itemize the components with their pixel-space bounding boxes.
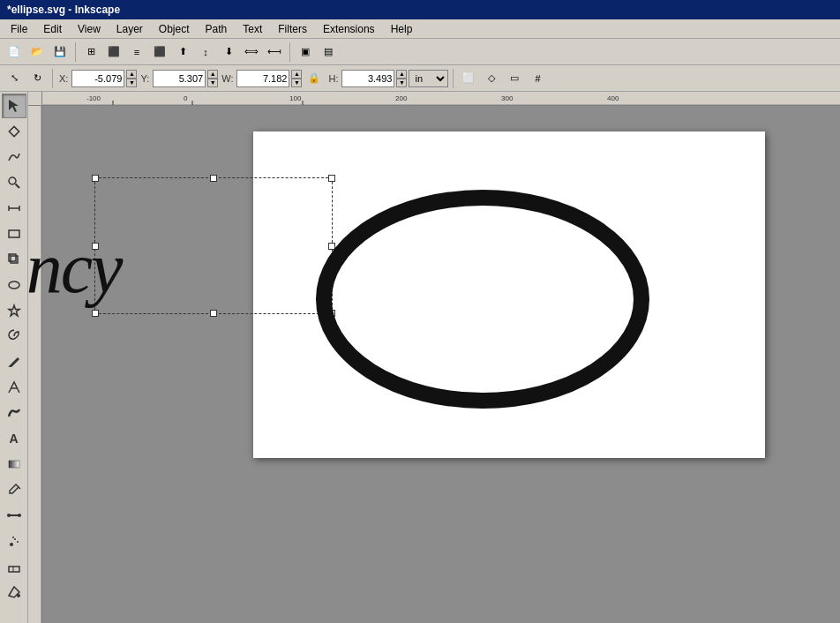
- canvas-page: Nancy: [253, 131, 765, 458]
- gradient-tool-btn[interactable]: [2, 452, 26, 477]
- menu-extensions[interactable]: Extensions: [316, 21, 382, 37]
- star-tool-btn[interactable]: [2, 298, 26, 323]
- svg-line-3: [15, 184, 19, 189]
- new-btn[interactable]: 📄: [4, 41, 25, 63]
- w-input[interactable]: [236, 70, 289, 87]
- w-spinner[interactable]: ▲ ▼: [291, 70, 302, 87]
- h-input[interactable]: [341, 70, 394, 87]
- handle-bm[interactable]: [210, 310, 217, 317]
- transform-scale-btn[interactable]: ⤡: [4, 68, 25, 89]
- y-up[interactable]: ▲: [207, 70, 218, 79]
- y-input[interactable]: [153, 70, 206, 87]
- sep2: [289, 42, 290, 62]
- menu-file[interactable]: File: [4, 21, 34, 37]
- selection-box: Nancy: [94, 177, 333, 314]
- align-top-btn[interactable]: ⬆: [172, 41, 193, 63]
- unit-select[interactable]: in mm cm px pt: [409, 70, 448, 87]
- snap-page-btn[interactable]: ▭: [504, 68, 525, 89]
- menu-help[interactable]: Help: [384, 21, 420, 37]
- align-center-btn[interactable]: ≡: [126, 41, 147, 63]
- menu-edit[interactable]: Edit: [36, 21, 69, 37]
- open-btn[interactable]: 📂: [26, 41, 48, 63]
- svg-point-25: [17, 594, 20, 597]
- align-right-btn[interactable]: ⬛: [149, 41, 170, 63]
- distribute-v-btn[interactable]: ⟻: [264, 41, 285, 63]
- title-bar: *ellipse.svg - Inkscape: [0, 0, 840, 19]
- calligraphy-tool-btn[interactable]: [2, 401, 26, 425]
- text-tool-btn[interactable]: A: [2, 426, 26, 451]
- group-btn[interactable]: ▣: [295, 41, 316, 63]
- dropper-tool-btn[interactable]: [2, 477, 26, 502]
- transform-rotate-btn[interactable]: ↻: [26, 68, 48, 89]
- align-distribute-btn[interactable]: ⊞: [80, 41, 101, 63]
- menu-view[interactable]: View: [71, 21, 108, 37]
- sep1: [75, 42, 76, 62]
- spray-tool-btn[interactable]: [2, 529, 26, 553]
- menu-bar: File Edit View Layer Object Path Text Fi…: [0, 19, 840, 39]
- ungroup-btn[interactable]: ▤: [318, 41, 339, 63]
- node-tool-btn[interactable]: [2, 119, 26, 144]
- svg-point-37: [324, 198, 641, 401]
- ruler-corner: [28, 92, 42, 106]
- x-input[interactable]: [71, 70, 124, 87]
- handle-ml[interactable]: [92, 243, 99, 250]
- snap-bbox-btn[interactable]: ⬜: [458, 68, 479, 89]
- x-down[interactable]: ▼: [126, 79, 137, 87]
- measure-tool-btn[interactable]: [2, 196, 26, 221]
- spiral-tool-btn[interactable]: [2, 324, 26, 349]
- svg-point-2: [9, 177, 16, 184]
- save-btn[interactable]: 💾: [49, 41, 71, 63]
- h-spinner[interactable]: ▲ ▼: [396, 70, 407, 87]
- toolbar-1: 📄 📂 💾 ⊞ ⬛ ≡ ⬛ ⬆ ↕ ⬇ ⟺ ⟻ ▣ ▤: [0, 39, 840, 65]
- svg-marker-0: [9, 100, 19, 112]
- x-label: X:: [59, 73, 68, 84]
- eraser-tool-btn[interactable]: [2, 554, 26, 579]
- distribute-h-btn[interactable]: ⟺: [241, 41, 262, 63]
- zoom-tool-btn[interactable]: [2, 170, 26, 195]
- h-down[interactable]: ▼: [396, 79, 407, 87]
- y-label: Y:: [140, 73, 149, 84]
- menu-layer[interactable]: Layer: [109, 21, 150, 37]
- paintbucket-tool-btn[interactable]: [2, 580, 26, 604]
- box3d-tool-btn[interactable]: [2, 247, 26, 272]
- align-left-btn[interactable]: ⬛: [103, 41, 124, 63]
- connector-tool-btn[interactable]: [2, 503, 26, 528]
- sep3: [52, 69, 53, 88]
- snap-grid-btn[interactable]: #: [527, 68, 548, 89]
- rect-tool-btn[interactable]: [2, 221, 26, 246]
- handle-bl[interactable]: [92, 310, 99, 317]
- y-spinner[interactable]: ▲ ▼: [207, 70, 218, 87]
- svg-marker-12: [9, 305, 19, 316]
- menu-object[interactable]: Object: [152, 21, 197, 37]
- handle-tm[interactable]: [210, 175, 217, 182]
- handle-tl[interactable]: [92, 175, 99, 182]
- svg-text:400: 400: [607, 94, 619, 102]
- title-text: *ellipse.svg - Inkscape: [7, 4, 120, 16]
- ellipse-tool-btn[interactable]: [2, 273, 26, 297]
- y-down[interactable]: ▼: [207, 79, 218, 87]
- w-down[interactable]: ▼: [291, 79, 302, 87]
- align-mid-btn[interactable]: ↕: [195, 41, 216, 63]
- toolbar-coordinates: ⤡ ↻ X: ▲ ▼ Y: ▲ ▼ W: ▲ ▼ 🔒 H: ▲ ▼ in mm …: [0, 65, 840, 92]
- pencil-tool-btn[interactable]: [2, 349, 26, 374]
- menu-filters[interactable]: Filters: [271, 21, 314, 37]
- svg-line-15: [19, 487, 20, 489]
- svg-rect-14: [9, 461, 19, 468]
- canvas-area[interactable]: -100 0 100 200 300 400: [28, 92, 840, 623]
- menu-path[interactable]: Path: [199, 21, 235, 37]
- select-tool-btn[interactable]: [2, 94, 26, 118]
- svg-point-20: [14, 538, 16, 540]
- handle-tr[interactable]: [328, 175, 335, 182]
- lock-aspect-btn[interactable]: 🔒: [304, 68, 325, 89]
- tweak-tool-btn[interactable]: [2, 145, 26, 169]
- h-up[interactable]: ▲: [396, 70, 407, 79]
- x-up[interactable]: ▲: [126, 70, 137, 79]
- menu-text[interactable]: Text: [236, 21, 269, 37]
- x-spinner[interactable]: ▲ ▼: [126, 70, 137, 87]
- ellipse-shape: [311, 184, 655, 414]
- snap-nodes-btn[interactable]: ◇: [481, 68, 502, 89]
- w-up[interactable]: ▲: [291, 70, 302, 79]
- align-bottom-btn[interactable]: ⬇: [218, 41, 239, 63]
- ruler-horizontal: -100 0 100 200 300 400: [42, 92, 840, 106]
- pen-tool-btn[interactable]: [2, 375, 26, 400]
